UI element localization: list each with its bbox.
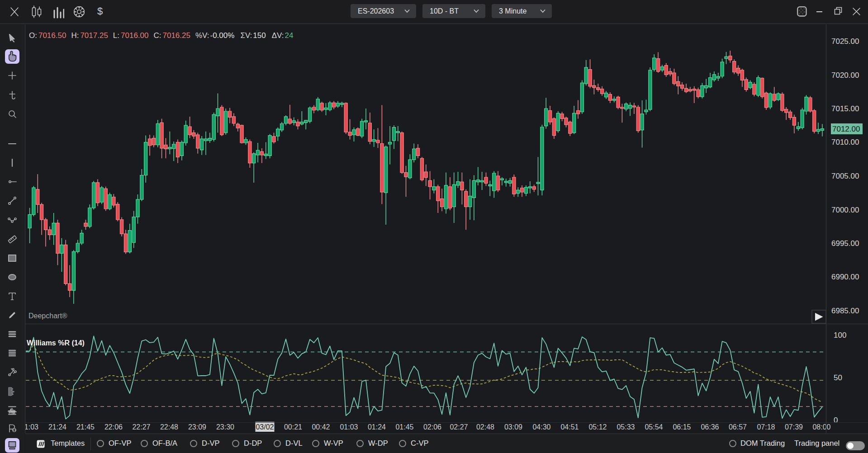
svg-text:02:27: 02:27 [450,423,468,431]
svg-text:7005.00: 7005.00 [831,172,859,180]
svg-text:05:54: 05:54 [645,423,663,431]
svg-text:7025.00: 7025.00 [831,37,859,46]
svg-text:00:42: 00:42 [312,423,330,431]
svg-text:21:24: 21:24 [48,423,66,431]
svg-text:00:21: 00:21 [284,423,302,431]
svg-text:Deepchart®: Deepchart® [28,312,67,320]
svg-text:04:51: 04:51 [560,423,579,431]
svg-text:100: 100 [834,331,846,340]
svg-text:22:06: 22:06 [104,423,123,431]
svg-text:7000.00: 7000.00 [831,206,859,214]
svg-text:6990.00: 6990.00 [831,273,859,281]
svg-text:08:00: 08:00 [812,423,830,431]
svg-text:02:48: 02:48 [476,423,494,431]
svg-text:7020.00: 7020.00 [831,71,859,80]
svg-text:50: 50 [834,373,842,382]
svg-text:0: 0 [834,416,838,425]
svg-text:7010.00: 7010.00 [831,138,859,146]
svg-text:7015.00: 7015.00 [831,104,859,113]
svg-text:21:45: 21:45 [76,423,95,431]
svg-text:05:12: 05:12 [588,423,607,431]
svg-text:23:09: 23:09 [188,423,206,431]
svg-text:6985.00: 6985.00 [831,307,859,315]
svg-text:22:27: 22:27 [132,423,150,431]
svg-text:22:48: 22:48 [160,423,178,431]
svg-text:Williams %R (14): Williams %R (14) [27,339,85,347]
svg-text:01:03: 01:03 [340,423,358,431]
svg-text:05:33: 05:33 [617,423,635,431]
svg-text:07:18: 07:18 [757,423,775,431]
svg-text:7012.00: 7012.00 [832,125,860,133]
svg-text:01:45: 01:45 [395,423,413,431]
svg-text:07:39: 07:39 [785,423,803,431]
svg-text:6995.00: 6995.00 [831,239,859,248]
svg-text:02:06: 02:06 [423,423,441,431]
svg-text:06:15: 06:15 [673,423,691,431]
svg-text:01:24: 01:24 [368,423,386,431]
svg-text:06:57: 06:57 [729,423,747,431]
svg-text:06:36: 06:36 [701,423,719,431]
svg-text:03:09: 03:09 [504,423,522,431]
svg-text:04:30: 04:30 [532,423,550,431]
svg-text:03/02: 03/02 [256,423,274,431]
svg-text:23:30: 23:30 [216,423,234,431]
